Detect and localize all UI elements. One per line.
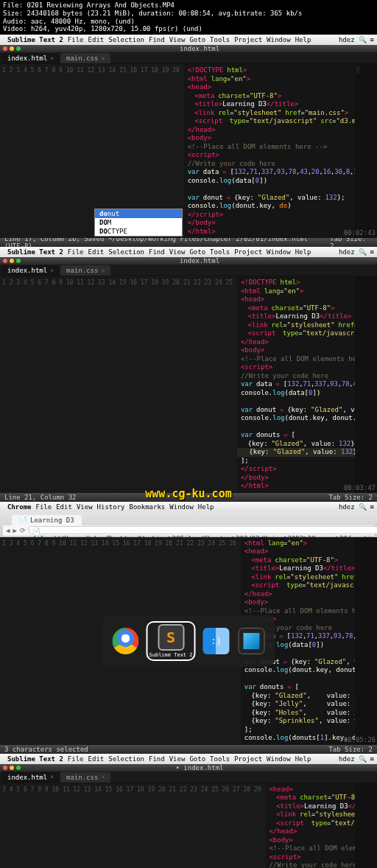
zoom-icon[interactable] (16, 46, 21, 51)
menu-app-name[interactable]: Sublime Text 2 (7, 36, 63, 43)
menu-edit[interactable]: Edit (88, 755, 105, 763)
menu-file[interactable]: File (68, 755, 84, 763)
menu-selection[interactable]: Selection (108, 36, 144, 43)
menu-help[interactable]: Help (295, 36, 311, 43)
minimize-icon[interactable] (10, 46, 14, 51)
menu-app-name[interactable]: Chrome (7, 503, 32, 511)
close-icon[interactable] (3, 766, 7, 770)
menu-view[interactable]: View (169, 248, 186, 256)
menu-app-name[interactable]: Sublime Text 2 (7, 755, 63, 763)
tab-index-html[interactable]: index.html× (1, 265, 60, 276)
menu-file[interactable]: File (68, 36, 84, 43)
menubar-user[interactable]: hdez (339, 755, 355, 763)
menu-selection[interactable]: Selection (108, 248, 144, 256)
close-icon[interactable]: × (50, 267, 54, 274)
menu-help[interactable]: Help (198, 503, 214, 511)
minimap[interactable] (355, 276, 377, 493)
menu-goto[interactable]: Goto (189, 36, 205, 43)
menu-history[interactable]: History (97, 503, 125, 511)
minimap[interactable] (355, 783, 377, 868)
menu-tools[interactable]: Tools (210, 36, 230, 43)
minimap[interactable]: ████████████████ (355, 64, 377, 238)
menu-window[interactable]: Window (267, 36, 291, 43)
menu-find[interactable]: Find (149, 36, 165, 43)
menu-view[interactable]: View (77, 503, 93, 511)
menu-file[interactable]: File (68, 248, 84, 256)
menu-view[interactable]: View (169, 36, 186, 43)
menu-file[interactable]: File (36, 503, 52, 511)
code-editor[interactable]: 2 3 4 5 6 7 8 9 10 11 12 13 14 15 16 17 … (0, 537, 377, 745)
tab-bar[interactable]: index.html× main.css× (0, 771, 377, 783)
close-icon[interactable] (3, 46, 7, 51)
window-titlebar[interactable]: index.html (0, 257, 377, 265)
close-icon[interactable]: × (50, 774, 54, 780)
zoom-icon[interactable] (16, 766, 21, 770)
code-editor[interactable]: 1 2 3 4 5 6 7 8 9 10 11 12 13 14 15 16 1… (0, 276, 377, 493)
autocomplete-popup[interactable]: donut DOM DOCTYPE (94, 209, 183, 237)
menu-view[interactable]: View (169, 755, 186, 763)
minimize-icon[interactable] (10, 259, 14, 263)
menu-find[interactable]: Find (149, 755, 165, 763)
menu-icon[interactable]: ≡ (370, 503, 374, 511)
close-icon[interactable] (3, 259, 7, 263)
mac-menubar[interactable]: Chrome File Edit View History Bookmarks … (0, 502, 377, 512)
mac-menubar[interactable]: Sublime Text 2 File Edit Selection Find … (0, 35, 377, 45)
close-icon[interactable]: × (101, 267, 105, 274)
code-editor[interactable]: 1 2 3 4 5 6 7 8 9 10 11 12 13 14 15 16 1… (0, 64, 377, 238)
menu-app-name[interactable]: Sublime Text 2 (7, 248, 63, 256)
close-icon[interactable]: × (50, 55, 54, 62)
tab-main-css[interactable]: main.css× (60, 53, 110, 63)
close-icon[interactable]: × (101, 774, 105, 780)
search-icon[interactable]: 🔍 (359, 248, 367, 256)
autocomplete-item[interactable]: donut (95, 209, 182, 218)
tab-index-html[interactable]: index.html× (1, 772, 60, 783)
menu-help[interactable]: Help (295, 755, 311, 763)
menu-goto[interactable]: Goto (189, 248, 205, 256)
browser-tab[interactable]: 📄Learning D3 (12, 515, 82, 525)
menu-selection[interactable]: Selection (108, 755, 144, 763)
menu-find[interactable]: Find (149, 248, 165, 256)
menu-edit[interactable]: Edit (88, 36, 105, 43)
switcher-sublime[interactable]: Sublime Text 2 (147, 623, 194, 659)
switcher-chrome[interactable] (112, 628, 138, 654)
menu-tools[interactable]: Tools (210, 248, 230, 256)
code-editor[interactable]: 3 4 5 6 7 8 9 10 11 12 13 14 15 16 17 18… (0, 783, 377, 868)
menu-window[interactable]: Window (267, 248, 291, 256)
minimize-icon[interactable] (10, 766, 14, 770)
window-titlebar[interactable]: index.html (0, 45, 377, 52)
menu-edit[interactable]: Edit (88, 248, 105, 256)
zoom-icon[interactable] (16, 259, 21, 263)
url-input[interactable]: 📄 file:///Users/hdez/Desktop/Working%20F… (29, 526, 377, 534)
menu-icon[interactable]: ≡ (370, 36, 374, 43)
menu-icon[interactable]: ≡ (370, 755, 374, 763)
switcher-finder[interactable] (203, 628, 230, 654)
menu-edit[interactable]: Edit (56, 503, 72, 511)
switcher-preview[interactable] (239, 628, 265, 654)
menu-project[interactable]: Project (234, 248, 262, 256)
menu-window[interactable]: Window (267, 755, 291, 763)
tab-bar[interactable]: index.html× main.css× (0, 265, 377, 276)
menu-tools[interactable]: Tools (210, 755, 230, 763)
autocomplete-item[interactable]: DOM (95, 218, 182, 227)
window-titlebar[interactable]: • index.html (0, 764, 377, 771)
autocomplete-item[interactable]: DOCTYPE (95, 227, 182, 236)
app-switcher[interactable]: Sublime Text 2 (102, 615, 275, 667)
menu-help[interactable]: Help (295, 248, 311, 256)
menubar-user[interactable]: hdez (339, 503, 355, 511)
menu-bookmarks[interactable]: Bookmarks (130, 503, 166, 511)
menu-icon[interactable]: ≡ (370, 248, 374, 256)
reload-icon[interactable]: ⟳ (20, 527, 26, 534)
search-icon[interactable]: 🔍 (359, 503, 367, 511)
minimap[interactable] (355, 537, 377, 745)
forward-icon[interactable]: ▶ (13, 527, 16, 534)
tab-main-css[interactable]: main.css× (60, 265, 110, 276)
search-icon[interactable]: 🔍 (359, 755, 367, 763)
menu-project[interactable]: Project (234, 36, 262, 43)
tab-main-css[interactable]: main.css× (60, 772, 110, 783)
mac-menubar[interactable]: Sublime Text 2 File Edit Selection Find … (0, 754, 377, 764)
menu-window[interactable]: Window (169, 503, 194, 511)
menu-project[interactable]: Project (234, 755, 262, 763)
close-icon[interactable]: × (101, 55, 105, 62)
menubar-user[interactable]: hdez (339, 248, 355, 256)
code-area[interactable]: <!DOCTYPE html> <html lang="en"> <head> … (184, 64, 377, 238)
